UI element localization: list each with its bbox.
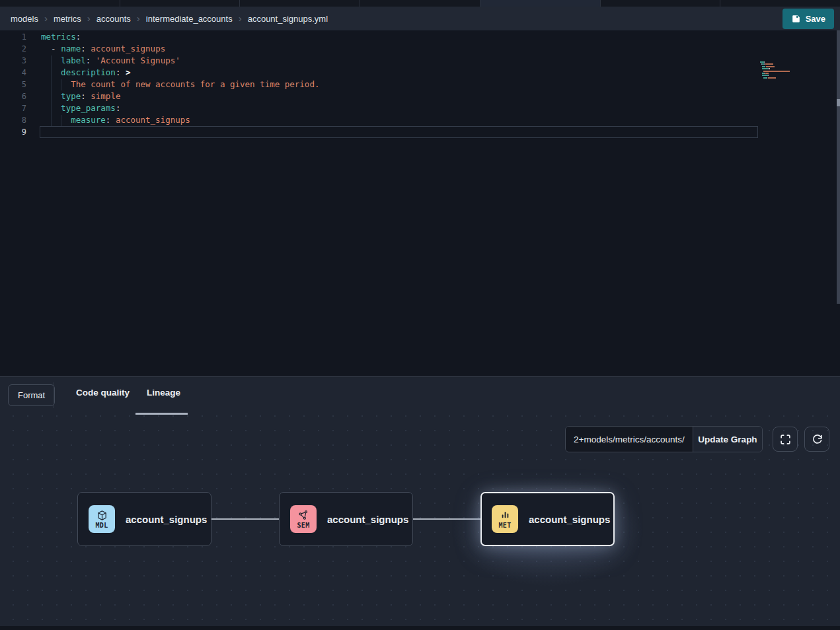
file-tab-active[interactable] bbox=[480, 0, 601, 7]
code-line[interactable]: 8 measure: account_signups bbox=[0, 114, 840, 126]
line-text: description: > bbox=[40, 67, 758, 79]
file-tab[interactable] bbox=[601, 0, 721, 7]
line-text: type: simple bbox=[40, 90, 758, 102]
indent-guide bbox=[51, 55, 52, 126]
metric-chart-icon bbox=[500, 510, 511, 521]
file-tab[interactable] bbox=[0, 0, 120, 7]
breadcrumb-bar: models›metrics›accounts›intermediate_acc… bbox=[0, 7, 840, 30]
scrollbar-thumb[interactable] bbox=[837, 99, 840, 106]
active-tab-indicator bbox=[135, 413, 188, 415]
editor-scrollbar[interactable] bbox=[837, 30, 840, 304]
breadcrumb-separator-icon: › bbox=[44, 13, 48, 23]
code-line[interactable]: 3 label: 'Account Signups' bbox=[0, 55, 840, 67]
node-type-label: MET bbox=[499, 522, 512, 529]
lineage-node-met[interactable]: METaccount_signups bbox=[480, 492, 615, 546]
code-line[interactable]: 9 bbox=[0, 126, 840, 138]
breadcrumb-item: accounts bbox=[96, 14, 131, 24]
tab-code-quality[interactable]: Code quality bbox=[76, 388, 130, 398]
node-type-label: SEM bbox=[297, 522, 310, 529]
lineage-edge bbox=[211, 518, 279, 520]
fullscreen-icon bbox=[780, 434, 791, 445]
file-tab[interactable] bbox=[720, 0, 840, 7]
code-line[interactable]: 4 description: > bbox=[0, 67, 840, 79]
node-name-label: account_signups bbox=[529, 514, 610, 525]
panel-bottom-edge bbox=[0, 626, 840, 630]
line-text bbox=[40, 126, 758, 138]
lineage-filter-group: Update Graph bbox=[565, 426, 763, 452]
code-editor[interactable]: 1metrics:2 - name: account_signups3 labe… bbox=[0, 30, 840, 376]
breadcrumb-separator-icon: › bbox=[137, 13, 140, 23]
line-number: 2 bbox=[0, 43, 26, 55]
ide-screen: models›metrics›accounts›intermediate_acc… bbox=[0, 0, 840, 630]
save-button-label: Save bbox=[806, 14, 825, 24]
line-text: type_params: bbox=[40, 102, 758, 114]
save-button[interactable]: Save bbox=[783, 9, 834, 29]
line-number: 1 bbox=[0, 31, 26, 43]
node-name-label: account_signups bbox=[126, 514, 207, 525]
line-text: label: 'Account Signups' bbox=[40, 55, 758, 67]
breadcrumb: models›metrics›accounts›intermediate_acc… bbox=[11, 14, 783, 24]
editor-tab-strip bbox=[0, 0, 840, 7]
update-graph-button[interactable]: Update Graph bbox=[693, 427, 762, 452]
breadcrumb-item: account_signups.yml bbox=[248, 14, 328, 24]
fullscreen-button[interactable] bbox=[773, 427, 798, 452]
line-text: measure: account_signups bbox=[40, 114, 758, 126]
line-number: 9 bbox=[0, 126, 26, 138]
indent-guide bbox=[61, 79, 61, 90]
file-tab[interactable] bbox=[360, 0, 480, 7]
code-line[interactable]: 6 type: simple bbox=[0, 90, 840, 102]
breadcrumb-item: intermediate_accounts bbox=[146, 14, 233, 24]
code-line[interactable]: 5 The count of new accounts for a given … bbox=[0, 79, 840, 90]
line-text: metrics: bbox=[40, 31, 758, 43]
file-tab[interactable] bbox=[240, 0, 360, 7]
lineage-edge bbox=[413, 518, 480, 520]
line-number: 3 bbox=[0, 55, 26, 67]
breadcrumb-item: models bbox=[11, 14, 38, 24]
refresh-graph-button[interactable] bbox=[804, 427, 829, 452]
line-text: - name: account_signups bbox=[40, 43, 758, 55]
breadcrumb-separator-icon: › bbox=[239, 13, 242, 23]
node-type-badge: MET bbox=[492, 505, 518, 533]
code-lines: 1metrics:2 - name: account_signups3 labe… bbox=[0, 31, 840, 138]
lineage-node-mdl[interactable]: MDLaccount_signups bbox=[77, 492, 211, 546]
code-line[interactable]: 1metrics: bbox=[0, 31, 840, 43]
code-line[interactable]: 7 type_params: bbox=[0, 102, 840, 114]
semantic-network-icon bbox=[298, 510, 309, 521]
tab-lineage[interactable]: Lineage bbox=[147, 388, 180, 398]
line-number: 5 bbox=[0, 79, 26, 90]
line-number: 6 bbox=[0, 90, 26, 102]
node-type-badge: MDL bbox=[89, 505, 115, 533]
refresh-icon bbox=[812, 434, 823, 445]
format-button[interactable]: Format bbox=[8, 384, 55, 406]
file-tab[interactable] bbox=[120, 0, 241, 7]
breadcrumb-separator-icon: › bbox=[87, 13, 91, 23]
line-number: 8 bbox=[0, 114, 26, 126]
minimap[interactable] bbox=[760, 61, 806, 82]
node-type-label: MDL bbox=[96, 522, 108, 529]
tabrow-divider bbox=[54, 382, 54, 408]
code-line[interactable]: 2 - name: account_signups bbox=[0, 43, 840, 55]
node-name-label: account_signups bbox=[327, 514, 408, 525]
lineage-node-sem[interactable]: SEMaccount_signups bbox=[279, 492, 413, 546]
model-cube-icon bbox=[96, 510, 108, 521]
node-type-badge: SEM bbox=[290, 505, 317, 533]
indent-guide bbox=[61, 115, 61, 126]
line-number: 4 bbox=[0, 67, 26, 79]
lineage-filter-input[interactable] bbox=[566, 427, 693, 452]
line-text: The count of new accounts for a given ti… bbox=[40, 79, 758, 90]
breadcrumb-item: metrics bbox=[54, 14, 81, 24]
save-floppy-icon bbox=[791, 14, 801, 24]
line-number: 7 bbox=[0, 102, 26, 114]
